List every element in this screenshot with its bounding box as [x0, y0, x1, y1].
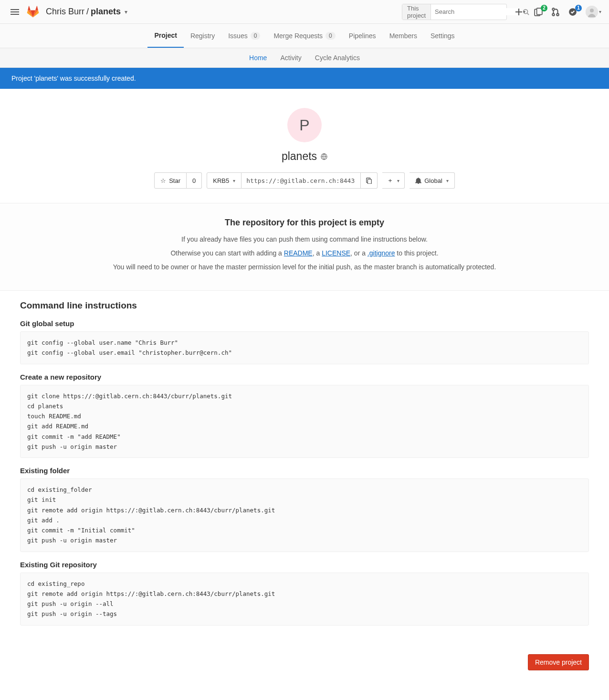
sub-nav: Home Activity Cycle Analytics	[0, 48, 609, 68]
cli-block-3[interactable]: cd existing_folder git init git remote a…	[20, 478, 589, 552]
license-link[interactable]: LICENSE	[322, 249, 350, 257]
tab-issues[interactable]: Issues0	[221, 24, 267, 48]
svg-point-4	[552, 8, 555, 11]
globe-icon	[321, 153, 327, 160]
empty-repo-section: The repository for this project is empty…	[0, 203, 609, 291]
remove-project-button[interactable]: Remove project	[528, 654, 589, 670]
tab-members[interactable]: Members	[383, 24, 424, 48]
cli-instructions: Command line instructions Git global set…	[9, 291, 600, 645]
breadcrumb: Chris Burr / planets ▾	[46, 7, 127, 17]
breadcrumb-owner[interactable]: Chris Burr	[46, 7, 84, 17]
project-name: planets	[10, 150, 599, 163]
todos-icon[interactable]: 1	[568, 8, 577, 16]
issues-icon[interactable]: 2	[534, 8, 543, 16]
empty-heading: The repository for this project is empty	[10, 218, 599, 228]
subtab-cycle[interactable]: Cycle Analytics	[308, 48, 367, 67]
chevron-down-icon: ▾	[446, 178, 449, 183]
cli-h2: Create a new repository	[20, 373, 589, 381]
gitignore-link[interactable]: .gitignore	[368, 249, 395, 257]
svg-point-5	[552, 13, 555, 16]
tab-project[interactable]: Project	[147, 24, 183, 48]
tab-pipelines[interactable]: Pipelines	[342, 24, 383, 48]
hamburger-menu[interactable]	[8, 5, 22, 19]
chevron-down-icon[interactable]: ▾	[123, 9, 127, 15]
bell-icon	[415, 178, 421, 184]
breadcrumb-project[interactable]: planets	[91, 7, 121, 17]
cli-block-2[interactable]: git clone https://:@gitlab.cern.ch:8443/…	[20, 385, 589, 458]
copy-url-button[interactable]	[361, 172, 378, 189]
user-menu[interactable]: ▾	[586, 6, 601, 18]
merge-requests-icon[interactable]	[551, 8, 560, 16]
empty-line3: You will need to be owner or have the ma…	[10, 262, 599, 272]
create-new-dropdown[interactable]: ▾	[515, 9, 525, 15]
subtab-activity[interactable]: Activity	[273, 48, 308, 67]
chevron-down-icon: ▾	[233, 178, 235, 183]
clone-url-input[interactable]	[242, 172, 361, 189]
search-scope: This project	[402, 4, 431, 20]
top-icons: ▾ 2 1 ▾	[515, 6, 601, 18]
notification-dropdown[interactable]: Global ▾	[410, 172, 455, 189]
cli-h4: Existing Git repository	[20, 561, 589, 569]
search-box[interactable]: This project	[402, 4, 507, 20]
issues-badge: 2	[541, 5, 547, 11]
star-button[interactable]: ☆Star	[154, 172, 187, 189]
tab-registry[interactable]: Registry	[184, 24, 221, 48]
protocol-dropdown[interactable]: KRB5 ▾	[207, 172, 242, 189]
cli-heading: Command line instructions	[20, 300, 589, 311]
flash-success: Project 'planets' was successfully creat…	[0, 68, 609, 89]
avatar-icon	[586, 6, 598, 18]
tab-settings[interactable]: Settings	[424, 24, 462, 48]
empty-line1: If you already have files you can push t…	[10, 234, 599, 244]
cli-block-1[interactable]: git config --global user.name "Chris Bur…	[20, 331, 589, 364]
plus-icon: ＋	[387, 176, 393, 185]
todos-badge: 1	[575, 5, 582, 11]
plus-dropdown[interactable]: ＋ ▾	[382, 172, 405, 189]
cli-block-4[interactable]: cd existing_repo git remote add origin h…	[20, 573, 589, 626]
star-count[interactable]: 0	[187, 172, 202, 189]
svg-rect-12	[368, 179, 372, 184]
gitlab-logo-icon[interactable]	[27, 6, 39, 18]
chevron-down-icon: ▾	[397, 178, 399, 183]
topbar: Chris Burr / planets ▾ This project ▾ 2 …	[0, 0, 609, 24]
project-avatar: P	[287, 108, 322, 142]
footer-actions: Remove project	[9, 645, 600, 680]
cli-h1: Git global setup	[20, 319, 589, 328]
star-icon: ☆	[160, 177, 166, 184]
readme-link[interactable]: README	[284, 249, 313, 257]
main-nav: Project Registry Issues0 Merge Requests0…	[0, 24, 609, 48]
tab-merge-requests[interactable]: Merge Requests0	[267, 24, 342, 48]
cli-h3: Existing folder	[20, 467, 589, 475]
search-input[interactable]	[431, 8, 519, 15]
project-header: P planets ☆Star 0 KRB5 ▾ ＋ ▾ Global ▾	[0, 89, 609, 203]
action-buttons: ☆Star 0 KRB5 ▾ ＋ ▾ Global ▾	[10, 172, 599, 189]
subtab-home[interactable]: Home	[242, 48, 273, 67]
svg-point-6	[556, 13, 559, 16]
svg-point-9	[590, 9, 594, 12]
empty-line2: Otherwise you can start with adding a RE…	[10, 248, 599, 258]
